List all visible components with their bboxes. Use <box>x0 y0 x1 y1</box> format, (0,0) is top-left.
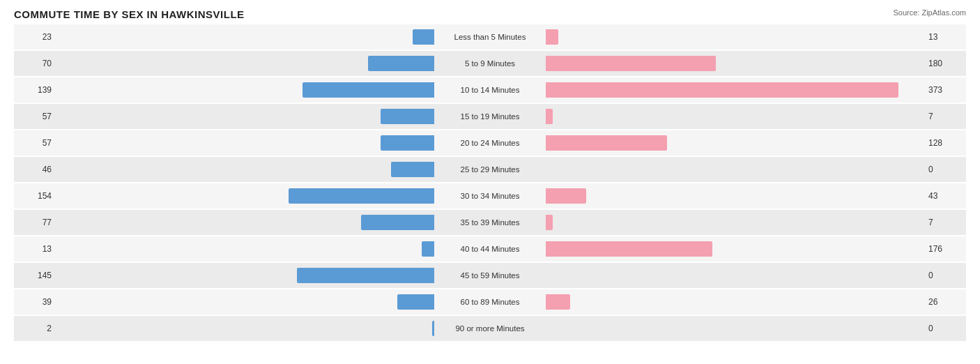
left-bar-area <box>56 266 434 285</box>
bar-male <box>397 294 434 310</box>
male-value: 145 <box>14 271 56 280</box>
table-row: 57 15 to 19 Minutes 7 <box>14 104 966 129</box>
bar-male <box>361 215 434 230</box>
bars-section: 10 to 14 Minutes <box>56 77 924 103</box>
row-label: 35 to 39 Minutes <box>434 218 546 227</box>
table-row: 2 90 or more Minutes 0 <box>14 316 966 341</box>
female-value: 128 <box>924 138 966 148</box>
bar-female <box>546 56 716 71</box>
left-bar-area <box>56 293 434 311</box>
source-text: Source: ZipAtlas.com <box>893 8 966 17</box>
chart-title: COMMUTE TIME BY SEX IN HAWKINSVILLE <box>14 8 966 20</box>
row-label: 5 to 9 Minutes <box>434 59 546 68</box>
table-row: 139 10 to 14 Minutes 373 <box>14 77 966 103</box>
bar-female <box>546 188 586 204</box>
right-bar-area <box>546 28 924 46</box>
row-label: 25 to 29 Minutes <box>434 165 546 174</box>
bar-female <box>546 135 667 151</box>
male-value: 2 <box>14 324 56 333</box>
male-value: 23 <box>14 32 56 42</box>
bars-section: 20 to 24 Minutes <box>56 130 924 156</box>
male-value: 154 <box>14 191 56 201</box>
female-value: 7 <box>924 218 966 227</box>
bar-female <box>546 294 570 310</box>
bar-male <box>422 241 434 257</box>
table-row: 46 25 to 29 Minutes 0 <box>14 157 966 182</box>
left-bar-area <box>56 81 434 99</box>
bar-male <box>303 82 434 98</box>
bar-male <box>289 188 434 204</box>
male-value: 57 <box>14 138 56 148</box>
left-bar-area <box>56 187 434 205</box>
table-row: 70 5 to 9 Minutes 180 <box>14 51 966 76</box>
female-value: 43 <box>924 191 966 201</box>
right-bar-area <box>546 81 924 99</box>
table-row: 23 Less than 5 Minutes 13 <box>14 24 966 50</box>
male-value: 77 <box>14 218 56 227</box>
bar-male <box>391 162 434 177</box>
right-bar-area <box>546 54 924 73</box>
bars-section: 25 to 29 Minutes <box>56 157 924 182</box>
right-bar-area <box>546 134 924 152</box>
bar-male <box>413 29 434 45</box>
table-row: 77 35 to 39 Minutes 7 <box>14 210 966 235</box>
right-bar-area <box>546 240 924 258</box>
left-bar-area <box>56 28 434 46</box>
female-value: 13 <box>924 32 966 42</box>
bar-male <box>297 268 434 283</box>
left-bar-area <box>56 54 434 73</box>
female-value: 0 <box>924 271 966 280</box>
female-value: 7 <box>924 112 966 121</box>
bars-section: 40 to 44 Minutes <box>56 236 924 261</box>
row-label: 10 to 14 Minutes <box>434 86 546 94</box>
table-row: 145 45 to 59 Minutes 0 <box>14 263 966 288</box>
row-label: 90 or more Minutes <box>434 324 546 333</box>
right-bar-area <box>546 293 924 311</box>
male-value: 70 <box>14 59 56 68</box>
row-label: Less than 5 Minutes <box>434 33 546 41</box>
right-bar-area <box>546 213 924 232</box>
male-value: 39 <box>14 297 56 307</box>
male-value: 46 <box>14 165 56 174</box>
chart-container: COMMUTE TIME BY SEX IN HAWKINSVILLE Sour… <box>0 0 980 364</box>
female-value: 0 <box>924 324 966 333</box>
female-value: 26 <box>924 297 966 307</box>
bar-male <box>368 56 434 71</box>
table-row: 154 30 to 34 Minutes 43 <box>14 183 966 208</box>
table-row: 57 20 to 24 Minutes 128 <box>14 130 966 156</box>
bars-section: 45 to 59 Minutes <box>56 263 924 288</box>
bar-female <box>546 109 553 124</box>
chart-area: 23 Less than 5 Minutes 13 70 5 to 9 Minu… <box>14 24 966 314</box>
bar-female <box>546 215 553 230</box>
bars-section: 30 to 34 Minutes <box>56 183 924 208</box>
bars-section: 5 to 9 Minutes <box>56 51 924 76</box>
male-value: 57 <box>14 112 56 121</box>
bar-female <box>546 241 712 257</box>
right-bar-area <box>546 319 924 338</box>
female-value: 176 <box>924 244 966 254</box>
right-bar-area <box>546 187 924 205</box>
bar-female <box>546 82 898 98</box>
table-row: 13 40 to 44 Minutes 176 <box>14 236 966 261</box>
female-value: 180 <box>924 59 966 68</box>
row-label: 20 to 24 Minutes <box>434 139 546 147</box>
bars-section: Less than 5 Minutes <box>56 24 924 50</box>
row-label: 40 to 44 Minutes <box>434 245 546 253</box>
right-bar-area <box>546 266 924 285</box>
bars-section: 35 to 39 Minutes <box>56 210 924 235</box>
bar-male <box>381 109 434 124</box>
row-label: 15 to 19 Minutes <box>434 112 546 121</box>
left-bar-area <box>56 160 434 179</box>
left-bar-area <box>56 240 434 258</box>
table-row: 39 60 to 89 Minutes 26 <box>14 289 966 314</box>
row-label: 45 to 59 Minutes <box>434 271 546 280</box>
female-value: 0 <box>924 165 966 174</box>
male-value: 139 <box>14 85 56 95</box>
left-bar-area <box>56 134 434 152</box>
bar-female <box>546 29 558 45</box>
left-bar-area <box>56 213 434 232</box>
bars-section: 60 to 89 Minutes <box>56 289 924 314</box>
right-bar-area <box>546 160 924 179</box>
male-value: 13 <box>14 244 56 254</box>
bars-section: 15 to 19 Minutes <box>56 104 924 129</box>
